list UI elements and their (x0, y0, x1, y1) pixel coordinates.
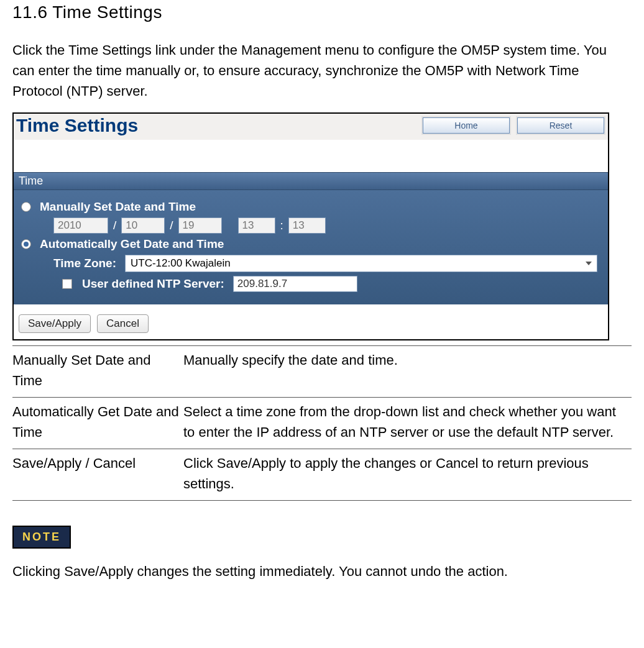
auto-radio[interactable] (21, 239, 31, 249)
day-input[interactable]: 19 (178, 217, 222, 234)
manual-radio-row: Manually Set Date and Time (19, 200, 603, 214)
intro-paragraph: Click the Time Settings link under the M… (12, 40, 632, 101)
section-heading: 11.6 Time Settings (12, 2, 632, 22)
panel-title: Time Settings (16, 115, 138, 136)
panel-footer: Save/Apply Cancel (14, 304, 608, 339)
ntp-row: User defined NTP Server: 209.81.9.7 (19, 276, 603, 292)
save-apply-button[interactable]: Save/Apply (19, 314, 91, 333)
table-row: Automatically Get Date and Time Select a… (12, 398, 632, 449)
table-row: Save/Apply / Cancel Click Save/Apply to … (12, 449, 632, 501)
ntp-checkbox[interactable] (62, 279, 72, 289)
description-table: Manually Set Date and Time Manually spec… (12, 345, 632, 501)
date-separator: / (113, 219, 116, 232)
time-settings-panel: Time Settings Home Reset Time Manually S… (12, 112, 609, 340)
timezone-label: Time Zone: (53, 257, 116, 270)
ntp-server-input[interactable]: 209.81.9.7 (233, 276, 357, 292)
desc-value: Select a time zone from the drop-down li… (183, 398, 632, 449)
reset-button[interactable]: Reset (517, 117, 604, 134)
desc-key: Save/Apply / Cancel (12, 449, 183, 501)
time-section-header: Time (14, 172, 608, 190)
desc-key: Automatically Get Date and Time (12, 398, 183, 449)
timezone-select[interactable]: UTC-12:00 Kwajalein (125, 255, 597, 272)
date-separator: / (170, 219, 173, 232)
home-button[interactable]: Home (423, 117, 510, 134)
top-button-group: Home Reset (423, 117, 604, 134)
manual-radio[interactable] (21, 202, 31, 212)
spacer (14, 140, 608, 172)
timezone-value: UTC-12:00 Kwajalein (131, 257, 231, 270)
panel-titlebar: Time Settings Home Reset (14, 114, 608, 140)
month-input[interactable]: 10 (121, 217, 165, 234)
note-badge: NOTE (12, 526, 71, 549)
minute-input[interactable]: 13 (288, 217, 326, 234)
time-form: Manually Set Date and Time 2010 / 10 / 1… (14, 190, 608, 304)
hour-input[interactable]: 13 (238, 217, 275, 234)
table-row: Manually Set Date and Time Manually spec… (12, 346, 632, 398)
note-text: Clicking Save/Apply changes the setting … (12, 564, 632, 580)
year-input[interactable]: 2010 (53, 217, 108, 234)
desc-key: Manually Set Date and Time (12, 346, 183, 398)
auto-radio-label: Automatically Get Date and Time (40, 237, 224, 251)
ntp-label: User defined NTP Server: (82, 277, 224, 291)
time-separator: : (280, 219, 283, 232)
auto-radio-row: Automatically Get Date and Time (19, 237, 603, 251)
chevron-down-icon (586, 262, 592, 265)
manual-radio-label: Manually Set Date and Time (40, 200, 196, 214)
desc-value: Click Save/Apply to apply the changes or… (183, 449, 632, 501)
desc-value: Manually specify the date and time. (183, 346, 632, 398)
timezone-row: Time Zone: UTC-12:00 Kwajalein (19, 255, 603, 272)
cancel-button[interactable]: Cancel (97, 314, 149, 333)
manual-date-inputs: 2010 / 10 / 19 13 : 13 (19, 217, 603, 234)
